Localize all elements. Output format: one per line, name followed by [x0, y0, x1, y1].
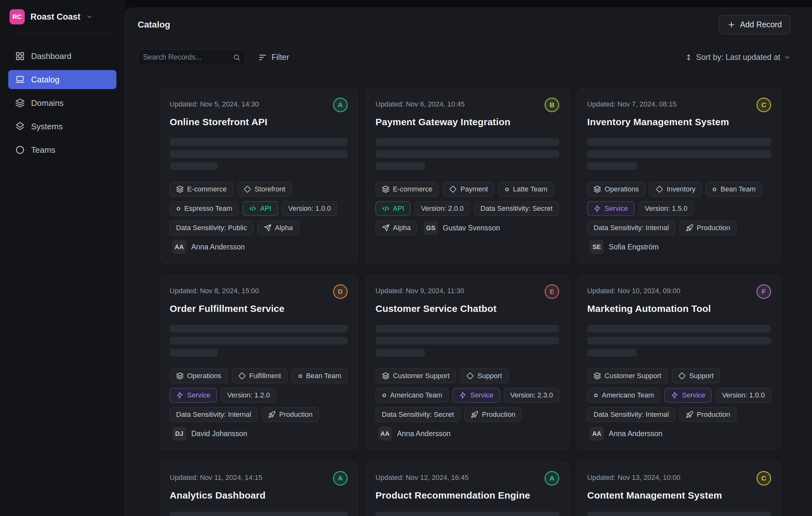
tag-chip-inventory[interactable]: Inventory: [649, 182, 702, 196]
sidebar-item-domains[interactable]: Domains: [8, 93, 116, 113]
sidebar-item-teams[interactable]: Teams: [8, 141, 116, 159]
sidebar-item-systems[interactable]: Systems: [8, 117, 116, 136]
tag-chip-e-commerce[interactable]: E-commerce: [376, 182, 439, 196]
tag-chip-label: Customer Support: [605, 372, 661, 380]
tag-chip-data-sensitivity-internal[interactable]: Data Sensitivity: Internal: [587, 407, 675, 422]
tag-chip-label: Payment: [460, 185, 488, 193]
tag-chip-bean-team[interactable]: Bean Team: [291, 369, 348, 383]
record-card-payment-gateway-integration[interactable]: Updated: Nov 6, 2024, 10:45 B Payment Ga…: [366, 88, 569, 263]
tag-chip-service[interactable]: Service: [453, 388, 499, 402]
record-card-marketing-automation-tool[interactable]: Updated: Nov 10, 2024, 09:00 F Marketing…: [577, 275, 781, 450]
record-card-order-fulfillment-service[interactable]: Updated: Nov 8, 2024, 15:00 D Order Fulf…: [160, 275, 357, 450]
tag-chip-espresso-team[interactable]: Espresso Team: [170, 201, 238, 216]
tag-chip-service[interactable]: Service: [665, 388, 712, 402]
record-card-customer-service-chatbot[interactable]: Updated: Nov 9, 2024, 11:30 E Customer S…: [366, 275, 569, 450]
tag-row: API Version: 2.0.0 Data Sensitivity: Sec…: [376, 201, 559, 216]
skeleton-bar: [170, 325, 348, 332]
owner-row: DJ David Johansson: [170, 427, 348, 441]
record-card-online-storefront-api[interactable]: Updated: Nov 5, 2024, 14:30 A Online Sto…: [160, 88, 357, 263]
tag-chip-api[interactable]: API: [243, 201, 278, 216]
tag-chip-production[interactable]: Production: [679, 221, 736, 235]
description-skeleton: [376, 512, 559, 516]
workspace-switcher[interactable]: RC Roast Coast: [0, 0, 125, 34]
tag-chip-version-1-0-0[interactable]: Version: 1.0.0: [716, 388, 771, 402]
tag-chip-fulfillment[interactable]: Fulfillment: [232, 369, 287, 383]
tag-chip-customer-support[interactable]: Customer Support: [376, 369, 456, 383]
tag-row: Data Sensitivity: Internal Production: [587, 407, 771, 422]
tag-chip-alpha[interactable]: Alpha: [258, 221, 299, 235]
tag-chip-alpha[interactable]: Alpha: [376, 221, 417, 235]
owner-name: Anna Andersson: [397, 429, 451, 438]
tag-chip-version-2-3-0[interactable]: Version: 2.3.0: [504, 388, 559, 402]
skeleton-bar: [587, 337, 771, 344]
skeleton-bar: [376, 150, 559, 158]
sidebar-item-catalog[interactable]: Catalog: [8, 70, 116, 89]
skeleton-bar: [170, 512, 348, 516]
tag-chip-data-sensitivity-public[interactable]: Data Sensitivity: Public: [170, 221, 254, 235]
tag-chip-production[interactable]: Production: [679, 407, 736, 422]
tag-chip-label: Espresso Team: [184, 205, 232, 213]
tag-chip-label: Americano Team: [390, 391, 442, 399]
tag-chip-data-sensitivity-secret[interactable]: Data Sensitivity: Secret: [474, 201, 559, 216]
tag-chip-customer-support[interactable]: Customer Support: [587, 369, 668, 383]
sort-control[interactable]: Sort by: Last updated at: [685, 53, 790, 62]
owner-avatar: SE: [590, 240, 604, 254]
sidebar-item-dashboard[interactable]: Dashboard: [8, 47, 116, 66]
tag-chip-operations[interactable]: Operations: [587, 182, 645, 196]
tag-chip-label: Operations: [187, 372, 222, 380]
tag-chip-latte-team[interactable]: Latte Team: [498, 182, 553, 196]
record-card-content-management-system[interactable]: Updated: Nov 13, 2024, 10:00 C Content M…: [577, 462, 781, 516]
skeleton-bar: [376, 337, 559, 344]
tag-chip-storefront[interactable]: Storefront: [237, 182, 292, 196]
tag-chip-service[interactable]: Service: [587, 201, 634, 216]
bolt-icon: [671, 391, 678, 399]
add-record-button[interactable]: Add Record: [719, 15, 790, 34]
tag-chip-version-2-0-0[interactable]: Version: 2.0.0: [414, 201, 470, 216]
tag-chip-operations[interactable]: Operations: [170, 369, 228, 383]
sidebar-item-label: Teams: [31, 145, 56, 155]
tag-chip-label: Version: 1.0.0: [288, 205, 331, 213]
tag-chip-production[interactable]: Production: [262, 407, 319, 422]
tag-chip-api[interactable]: API: [376, 201, 410, 216]
tag-chip-support[interactable]: Support: [460, 369, 508, 383]
tag-chip-e-commerce[interactable]: E-commerce: [170, 182, 233, 196]
record-card-analytics-dashboard[interactable]: Updated: Nov 11, 2024, 14:15 A Analytics…: [160, 462, 357, 516]
tag-chip-data-sensitivity-secret[interactable]: Data Sensitivity: Secret: [376, 407, 460, 422]
filter-button[interactable]: Filter: [258, 53, 289, 62]
tag-row: Operations Fulfillment Bean Team: [170, 369, 348, 383]
tag-chip-version-1-2-0[interactable]: Version: 1.2.0: [221, 388, 276, 402]
tag-chip-americano-team[interactable]: Americano Team: [376, 388, 449, 402]
tag-chip-label: Bean Team: [720, 185, 756, 193]
owner-avatar: AA: [590, 427, 604, 441]
description-skeleton: [587, 138, 771, 170]
tag-chip-version-1-0-0[interactable]: Version: 1.0.0: [282, 201, 338, 216]
skeleton-bar: [376, 162, 425, 170]
tag-chip-payment[interactable]: Payment: [443, 182, 494, 196]
record-title: Online Storefront API: [170, 117, 348, 127]
chevron-down-icon: [86, 13, 93, 20]
tag-row: E-commerce Payment Latte Team: [376, 182, 559, 196]
tag-chip-production[interactable]: Production: [464, 407, 521, 422]
record-avatar: E: [545, 284, 559, 299]
tag-row: Data Sensitivity: Public Alpha: [170, 221, 348, 235]
tag-chip-data-sensitivity-internal[interactable]: Data Sensitivity: Internal: [587, 221, 675, 235]
tag-chip-label: Service: [470, 391, 493, 399]
sort-arrows-icon: [685, 54, 692, 61]
record-card-inventory-management-system[interactable]: Updated: Nov 7, 2024, 08:15 C Inventory …: [577, 88, 781, 263]
record-card-product-recommendation-engine[interactable]: Updated: Nov 12, 2024, 16:45 A Product R…: [366, 462, 569, 516]
send-icon: [382, 224, 389, 232]
tag-chip-label: Data Sensitivity: Secret: [481, 205, 553, 213]
tag-chip-support[interactable]: Support: [672, 369, 720, 383]
tag-chip-label: Operations: [605, 185, 639, 193]
tag-chip-bean-team[interactable]: Bean Team: [706, 182, 762, 196]
tag-chip-data-sensitivity-internal[interactable]: Data Sensitivity: Internal: [170, 407, 258, 422]
tag-chip-version-1-5-0[interactable]: Version: 1.5.0: [638, 201, 694, 216]
skeleton-bar: [376, 349, 425, 357]
skeleton-bar: [376, 138, 559, 146]
tag-chip-service[interactable]: Service: [170, 388, 216, 402]
search-input[interactable]: [138, 50, 245, 65]
tag-chip-americano-team[interactable]: Americano Team: [587, 388, 660, 402]
owner-name: Anna Andersson: [191, 243, 245, 251]
skeleton-bar: [587, 349, 637, 357]
description-skeleton: [587, 512, 771, 516]
